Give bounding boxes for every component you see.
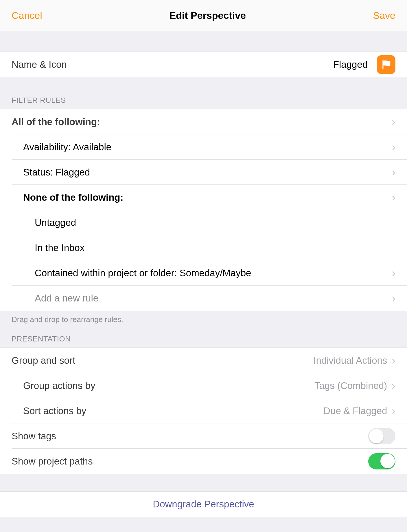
- row-label: Group actions by: [12, 380, 314, 391]
- group-actions-by-row[interactable]: Group actions by Tags (Combined) ›: [0, 373, 407, 398]
- row-value: Tags (Combined): [314, 380, 387, 391]
- show-project-paths-toggle[interactable]: [368, 453, 395, 469]
- row-label: Show project paths: [12, 456, 368, 467]
- filter-rules-group: All of the following: › Availability: Av…: [0, 109, 407, 311]
- rule-label: Untagged: [12, 217, 395, 228]
- chevron-right-icon: ›: [392, 167, 395, 178]
- rule-label: In the Inbox: [12, 242, 395, 253]
- page-title: Edit Perspective: [169, 10, 246, 21]
- row-label: Show tags: [12, 431, 368, 442]
- chevron-right-icon: ›: [392, 192, 395, 203]
- rule-none-of[interactable]: None of the following: ›: [0, 185, 407, 210]
- filter-rules-header: Filter Rules: [0, 77, 407, 109]
- presentation-header: Presentation: [0, 324, 407, 348]
- chevron-right-icon: ›: [392, 405, 395, 416]
- name-icon-value: Flagged: [333, 59, 368, 70]
- rule-all-of[interactable]: All of the following: ›: [0, 109, 407, 134]
- rule-status[interactable]: Status: Flagged ›: [0, 160, 407, 185]
- rule-contained[interactable]: Contained within project or folder: Some…: [0, 260, 407, 286]
- chevron-right-icon: ›: [392, 355, 395, 366]
- flag-icon: [377, 55, 395, 74]
- group-and-sort-row[interactable]: Group and sort Individual Actions ›: [0, 348, 407, 373]
- name-icon-label: Name & Icon: [12, 59, 333, 70]
- presentation-group: Group and sort Individual Actions › Grou…: [0, 348, 407, 474]
- sort-actions-by-row[interactable]: Sort actions by Due & Flagged ›: [0, 398, 407, 423]
- chevron-right-icon: ›: [392, 116, 395, 127]
- row-value: Individual Actions: [313, 355, 387, 366]
- chevron-right-icon: ›: [392, 142, 395, 153]
- row-label: Sort actions by: [12, 405, 323, 416]
- row-value: Due & Flagged: [323, 405, 387, 416]
- rule-untagged[interactable]: Untagged: [0, 210, 407, 235]
- cancel-button[interactable]: Cancel: [12, 10, 42, 21]
- rule-in-inbox[interactable]: In the Inbox: [0, 235, 407, 260]
- rule-add-new[interactable]: Add a new rule ›: [0, 286, 407, 311]
- rule-label: All of the following:: [12, 116, 392, 127]
- downgrade-button[interactable]: Downgrade Perspective: [0, 491, 407, 517]
- name-icon-group: Name & Icon Flagged: [0, 52, 407, 77]
- rule-label: Contained within project or folder: Some…: [12, 268, 392, 279]
- chevron-right-icon: ›: [392, 268, 395, 279]
- rule-label: Availability: Available: [12, 142, 392, 153]
- filter-rules-footer: Drag and drop to rearrange rules.: [0, 311, 407, 324]
- nav-header: Cancel Edit Perspective Save: [0, 0, 407, 31]
- rule-availability[interactable]: Availability: Available ›: [0, 134, 407, 160]
- save-button[interactable]: Save: [373, 10, 396, 21]
- name-icon-row[interactable]: Name & Icon Flagged: [0, 52, 407, 77]
- rule-label: Status: Flagged: [12, 167, 392, 178]
- rule-label: None of the following:: [12, 192, 392, 203]
- row-label: Group and sort: [12, 355, 313, 366]
- show-tags-toggle[interactable]: [368, 428, 395, 444]
- downgrade-label: Downgrade Perspective: [153, 499, 254, 510]
- show-tags-row: Show tags: [0, 423, 407, 449]
- chevron-right-icon: ›: [392, 293, 395, 304]
- rule-label: Add a new rule: [12, 293, 392, 304]
- show-project-paths-row: Show project paths: [0, 449, 407, 474]
- chevron-right-icon: ›: [392, 380, 395, 391]
